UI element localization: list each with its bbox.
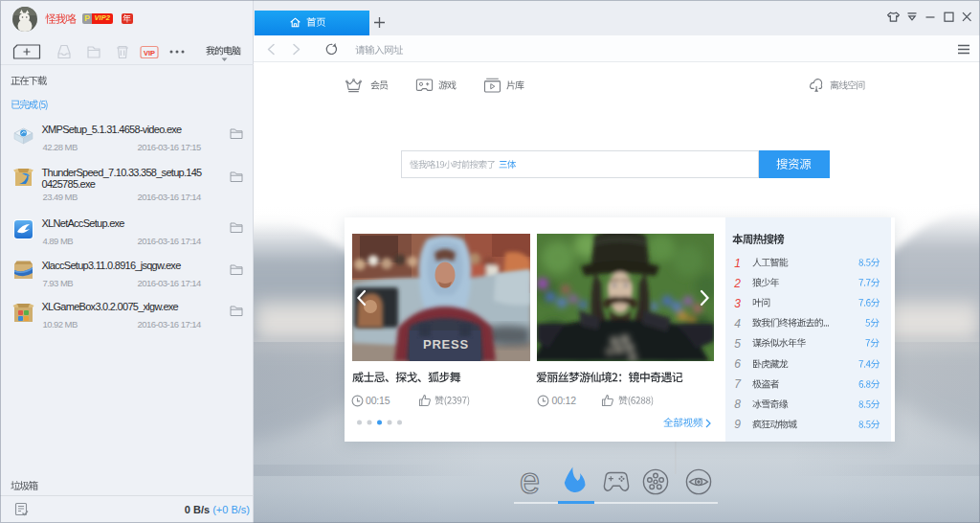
svg-text:PRESS: PRESS: [423, 337, 469, 352]
svg-text:VIP: VIP: [144, 49, 155, 57]
svg-text:e: e: [520, 467, 540, 496]
